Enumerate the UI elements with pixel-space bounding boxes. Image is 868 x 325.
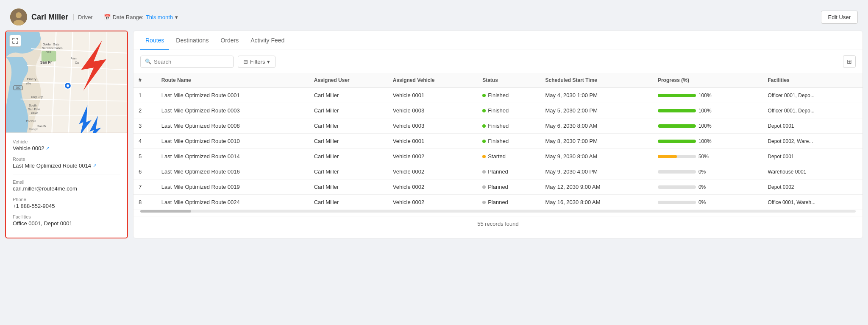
- date-range-value[interactable]: This month: [146, 14, 173, 20]
- edit-user-button[interactable]: Edit User: [821, 11, 858, 24]
- facilities-text: Officer 0001, Depo...: [768, 108, 815, 114]
- svg-point-1: [16, 12, 22, 18]
- cell-status: Finished: [477, 134, 540, 149]
- table-row[interactable]: 2 Last Mile Optimized Route 0003 Carl Mi…: [134, 103, 862, 118]
- columns-button[interactable]: ⊞: [843, 55, 856, 68]
- map-expand-button[interactable]: [9, 35, 21, 47]
- cell-progress: 100%: [653, 118, 763, 134]
- status-text: Finished: [488, 92, 509, 98]
- route-external-link-icon[interactable]: ↗: [93, 163, 97, 168]
- cell-assigned-user: Carl Miller: [309, 88, 388, 103]
- facilities-text: Depot 0002: [768, 184, 794, 190]
- search-icon: 🔍: [145, 59, 151, 64]
- chevron-down-icon[interactable]: ▾: [175, 14, 178, 20]
- toolbar: 🔍 ⊟ Filters ▾ ⊞: [134, 50, 862, 73]
- facilities-text: Depot 0001: [768, 154, 794, 160]
- cell-assigned-vehicle: Vehicle 0003: [388, 103, 477, 118]
- search-input[interactable]: [154, 59, 229, 65]
- cell-start-time: May 12, 2030 9:00 AM: [540, 179, 653, 195]
- cell-status: Planned: [477, 179, 540, 195]
- status-dot: [482, 170, 486, 174]
- scroll-indicator[interactable]: [140, 210, 856, 213]
- progress-bar-bg: [658, 140, 696, 143]
- cell-route-name: Last Mile Optimized Route 0010: [156, 134, 309, 149]
- tab-routes[interactable]: Routes: [140, 31, 169, 50]
- cell-progress: 100%: [653, 103, 763, 118]
- cell-assigned-user: Carl Miller: [309, 179, 388, 195]
- cell-start-time: May 6, 2030 8:00 AM: [540, 118, 653, 134]
- progress-bar-bg: [658, 94, 696, 97]
- table-row[interactable]: 8 Last Mile Optimized Route 0024 Carl Mi…: [134, 195, 862, 210]
- col-status: Status: [477, 73, 540, 88]
- date-range: 📅 Date Range: This month ▾: [104, 14, 178, 20]
- progress-percent: 100%: [698, 138, 712, 144]
- table-row[interactable]: 3 Last Mile Optimized Route 0008 Carl Mi…: [134, 118, 862, 134]
- search-box[interactable]: 🔍: [140, 56, 234, 68]
- user-name: Carl Miller: [31, 13, 68, 22]
- cell-assigned-vehicle: Vehicle 0002: [388, 195, 477, 210]
- svg-text:Oa: Oa: [75, 61, 79, 64]
- cell-start-time: May 16, 2030 8:00 AM: [540, 195, 653, 210]
- vehicle-external-link-icon[interactable]: ↗: [46, 146, 50, 151]
- facilities-text: Depot 0002, Ware...: [768, 138, 813, 144]
- table-row[interactable]: 4 Last Mile Optimized Route 0010 Carl Mi…: [134, 134, 862, 149]
- cell-start-time: May 8, 2030 7:00 PM: [540, 134, 653, 149]
- cell-progress: 50%: [653, 149, 763, 164]
- table-row[interactable]: 5 Last Mile Optimized Route 0014 Carl Mi…: [134, 149, 862, 164]
- cell-assigned-user: Carl Miller: [309, 118, 388, 134]
- cell-num: 8: [134, 195, 156, 210]
- cell-status: Started: [477, 149, 540, 164]
- svg-text:Daly City: Daly City: [31, 95, 43, 99]
- email-label: Email: [13, 179, 120, 185]
- col-progress: Progress (%): [653, 73, 763, 88]
- cell-facilities: Warehouse 0001: [762, 164, 862, 179]
- cell-status: Planned: [477, 195, 540, 210]
- cell-assigned-user: Carl Miller: [309, 149, 388, 164]
- table-row[interactable]: 1 Last Mile Optimized Route 0001 Carl Mi…: [134, 88, 862, 103]
- col-num: #: [134, 73, 156, 88]
- facilities-group: Facilities Office 0001, Depot 0001: [13, 214, 120, 227]
- tab-destinations[interactable]: Destinations: [171, 31, 214, 50]
- cell-num: 7: [134, 179, 156, 195]
- progress-bar-bg: [658, 109, 696, 112]
- filters-button[interactable]: ⊟ Filters ▾: [238, 56, 275, 68]
- svg-text:Alan: Alan: [71, 57, 77, 60]
- tab-orders[interactable]: Orders: [215, 31, 244, 50]
- progress-bar-bg: [658, 185, 696, 189]
- header-left: Carl Miller Driver 📅 Date Range: This mo…: [10, 8, 178, 25]
- cell-num: 2: [134, 103, 156, 118]
- table-row[interactable]: 6 Last Mile Optimized Route 0016 Carl Mi…: [134, 164, 862, 179]
- svg-point-32: [67, 84, 69, 87]
- svg-text:San Fr: San Fr: [40, 60, 52, 64]
- columns-icon: ⊞: [847, 58, 852, 65]
- cell-assigned-user: Carl Miller: [309, 195, 388, 210]
- progress-bar-bg: [658, 201, 696, 204]
- cell-progress: 0%: [653, 179, 763, 195]
- facilities-text: Office 0001, Wareh...: [768, 199, 815, 205]
- status-dot: [482, 109, 486, 112]
- status-dot: [482, 155, 486, 158]
- cell-route-name: Last Mile Optimized Route 0016: [156, 164, 309, 179]
- cell-num: 5: [134, 149, 156, 164]
- tab-activity-feed[interactable]: Activity Feed: [245, 31, 289, 50]
- cell-facilities: Office 0001, Wareh...: [762, 195, 862, 210]
- cell-start-time: May 9, 2030 8:00 AM: [540, 149, 653, 164]
- status-dot: [482, 124, 486, 128]
- svg-text:Golden Gate: Golden Gate: [43, 43, 59, 46]
- progress-percent: 100%: [698, 92, 712, 98]
- email-value: carl.miller@route4me.com: [13, 185, 120, 192]
- left-panel: Golden Gate Nat'l Recreation Area San Fr…: [5, 31, 128, 238]
- progress-percent: 0%: [698, 184, 710, 190]
- cell-num: 4: [134, 134, 156, 149]
- cell-route-name: Last Mile Optimized Route 0024: [156, 195, 309, 210]
- status-text: Finished: [488, 138, 509, 144]
- table-row[interactable]: 7 Last Mile Optimized Route 0019 Carl Mi…: [134, 179, 862, 195]
- cell-num: 6: [134, 164, 156, 179]
- progress-percent: 100%: [698, 108, 712, 114]
- cell-assigned-vehicle: Vehicle 0002: [388, 179, 477, 195]
- tabs-bar: Routes Destinations Orders Activity Feed: [134, 31, 862, 50]
- status-dot: [482, 140, 486, 143]
- progress-bar-fill: [658, 155, 677, 158]
- cell-route-name: Last Mile Optimized Route 0001: [156, 88, 309, 103]
- page-header: Carl Miller Driver 📅 Date Range: This mo…: [5, 5, 863, 31]
